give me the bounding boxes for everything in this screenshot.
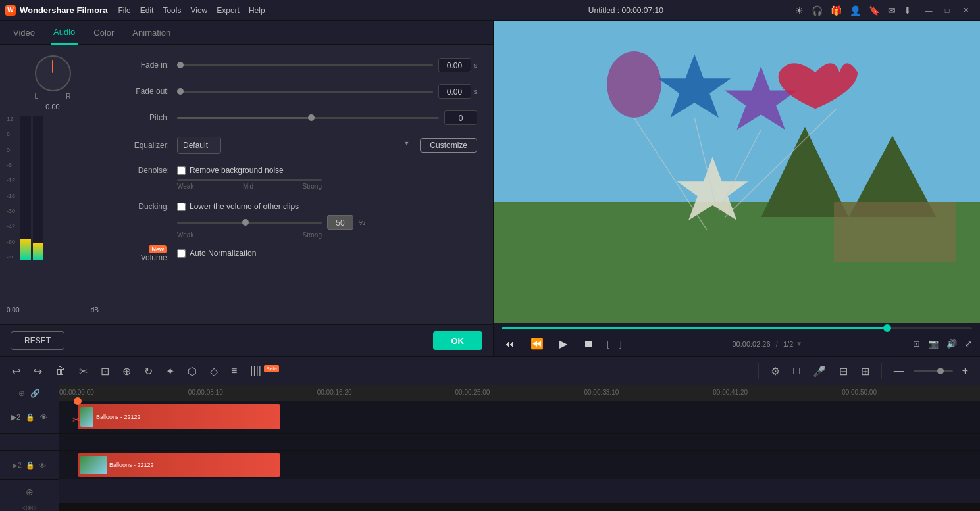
menu-tools[interactable]: Tools [163, 6, 181, 15]
settings-icon-btn[interactable]: ⚙ [767, 362, 784, 380]
denoise-checkbox[interactable] [177, 166, 186, 175]
svg-line-4 [634, 118, 706, 230]
snapshot-btn[interactable]: 📷 [928, 339, 939, 349]
add-track-icon[interactable]: ⊕ [18, 389, 25, 398]
progress-thumb[interactable] [883, 324, 891, 332]
menu-help[interactable]: Help [249, 6, 265, 15]
pitch-thumb[interactable] [308, 114, 315, 121]
delete-button[interactable]: 🗑 [51, 362, 70, 379]
maximize-button[interactable]: □ [938, 3, 956, 18]
auto-norm-checkbox[interactable] [177, 249, 186, 258]
menu-export[interactable]: Export [217, 6, 240, 15]
denoise-checkbox-label[interactable]: Remove background noise [177, 166, 284, 175]
profile-icon[interactable]: 👤 [850, 5, 861, 16]
track-type-btn[interactable]: □ [789, 362, 804, 379]
fade-in-value[interactable]: 0.00 [438, 58, 471, 72]
link-icon[interactable]: 🔗 [30, 389, 40, 398]
bookmark-icon[interactable]: 🔖 [869, 5, 880, 16]
fade-out-thumb[interactable] [177, 88, 184, 95]
beat-button[interactable]: |||| Beta [246, 362, 283, 379]
equalizer-select-wrapper: Default Classical Dance Pop Rock [177, 137, 415, 154]
zoom-in-button[interactable]: ⊕ [118, 362, 135, 380]
timeline-clip-1[interactable]: Balloons - 22122 [78, 404, 280, 429]
ducking-checkbox[interactable] [177, 203, 186, 211]
fade-out-slider[interactable] [177, 91, 433, 93]
crop-button[interactable]: ⊡ [97, 362, 113, 380]
frame-dropdown-icon[interactable]: ▼ [796, 340, 802, 347]
reset-button[interactable]: RESET [11, 331, 64, 350]
zoom-in-timeline-btn[interactable]: + [958, 362, 972, 379]
equalizer-select[interactable]: Default Classical Dance Pop Rock [177, 137, 221, 154]
timeline-scrollbar[interactable] [0, 503, 980, 511]
fade-in-thumb[interactable] [177, 62, 184, 68]
zoom-thumb[interactable] [937, 368, 944, 374]
screen-btn[interactable]: ⊡ [913, 339, 920, 349]
tab-video[interactable]: Video [11, 21, 38, 45]
gift-icon[interactable]: 🎁 [831, 5, 842, 16]
ducking-slider-section: 50 % Weak Strong [177, 211, 365, 239]
tab-audio[interactable]: Audio [51, 21, 78, 45]
video-preview [494, 21, 980, 323]
undo-button[interactable]: ↩ [8, 362, 24, 380]
volume-knob[interactable] [35, 55, 71, 91]
ruler-mark-3: 00:00:25:00 [455, 389, 490, 396]
playback-controls: ⏮ ⏪ ▶ ⏹ [ ] 00:00:02:26 / 1/2 ▼ [502, 335, 972, 353]
menu-bar: File Edit Tools View Export Help [118, 6, 456, 15]
sun-icon[interactable]: ☀ [795, 5, 804, 16]
audio-mix-button[interactable]: ≡ [227, 362, 241, 379]
pitch-fill [177, 117, 308, 119]
fade-in-slider[interactable] [177, 64, 433, 66]
mail-icon[interactable]: ✉ [888, 5, 896, 16]
tab-animation[interactable]: Animation [130, 21, 173, 45]
play-button[interactable]: ▶ [557, 335, 570, 353]
redo-button[interactable]: ↪ [30, 362, 46, 380]
bottom-icon-3[interactable]: ▷ [32, 504, 38, 511]
auto-norm-label[interactable]: Auto Normalization [177, 249, 256, 258]
zoom-out-btn[interactable]: — [890, 362, 908, 379]
playback-time-area: 00:00:02:26 / 1/2 ▼ [733, 339, 803, 349]
headphone-icon[interactable]: 🎧 [812, 5, 823, 16]
effects-button[interactable]: ✦ [162, 362, 178, 380]
menu-file[interactable]: File [118, 6, 130, 15]
step-back-button[interactable]: ⏪ [528, 335, 546, 353]
rotate-button[interactable]: ↻ [140, 362, 157, 380]
ducking-checkbox-label[interactable]: Lower the volume of other clips [177, 202, 299, 211]
track-2-lock[interactable]: 🔒 [26, 461, 35, 470]
clip-label: Balloons - 22122 [96, 414, 141, 420]
minimize-button[interactable]: — [919, 3, 938, 18]
track-up-btn[interactable]: ⊞ [857, 362, 873, 380]
cut-button[interactable]: ✂ [75, 362, 91, 380]
close-button[interactable]: ✕ [956, 3, 975, 18]
tab-color[interactable]: Color [91, 21, 116, 45]
bottom-icon-2[interactable]: ◈ [27, 504, 32, 511]
customize-button[interactable]: Customize [420, 138, 477, 153]
fullscreen-btn[interactable]: ⤢ [965, 339, 972, 349]
bracket-start[interactable]: [ [607, 339, 609, 349]
track-2-row: ▶2 🔒 👁 Balloons - 22122 [0, 450, 980, 479]
ducking-value-box[interactable]: 50 [327, 215, 353, 230]
progress-bar[interactable] [502, 327, 972, 329]
track-2-eye[interactable]: 👁 [39, 462, 46, 470]
ok-button[interactable]: OK [433, 331, 483, 350]
mask-button[interactable]: ⬡ [184, 362, 201, 380]
menu-view[interactable]: View [190, 6, 207, 15]
bottom-icon-1[interactable]: ◁ [22, 504, 27, 511]
track-eye-icon[interactable]: 👁 [40, 413, 47, 422]
keyframe-button[interactable]: ◇ [206, 362, 222, 380]
menu-edit[interactable]: Edit [140, 6, 154, 15]
zoom-slider[interactable] [914, 370, 953, 372]
track-lock-icon[interactable]: 🔒 [26, 413, 35, 422]
bracket-end[interactable]: ] [619, 339, 621, 349]
download-icon[interactable]: ⬇ [904, 5, 912, 16]
mic-btn[interactable]: 🎤 [809, 362, 830, 380]
skip-back-button[interactable]: ⏮ [502, 335, 517, 353]
audio-btn[interactable]: 🔊 [946, 339, 957, 349]
track-down-btn[interactable]: ⊟ [835, 362, 852, 380]
stop-button[interactable]: ⏹ [580, 335, 596, 353]
pitch-slider[interactable] [177, 117, 439, 119]
meter-fill-left [20, 239, 31, 260]
track-2-clip[interactable]: Balloons - 22122 [78, 453, 280, 477]
fade-out-value[interactable]: 0.00 [438, 84, 471, 99]
add-track-button[interactable]: ⊕ [26, 487, 34, 497]
pitch-value[interactable]: 0 [444, 110, 477, 125]
